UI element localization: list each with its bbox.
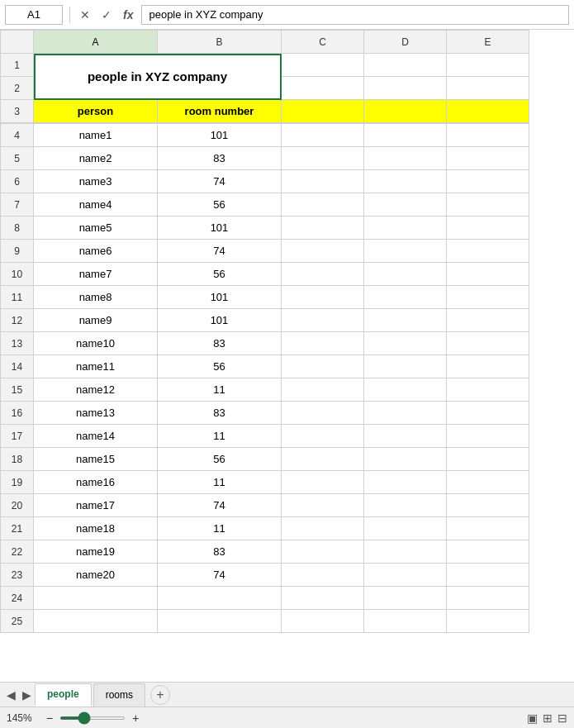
cell-b9[interactable]: 74 <box>158 240 282 263</box>
cell-a24[interactable] <box>34 587 158 610</box>
cell-d17[interactable] <box>364 425 447 448</box>
cell-c24[interactable] <box>282 587 364 610</box>
cell-e14[interactable] <box>447 355 529 378</box>
cell-d10[interactable] <box>364 263 447 286</box>
cancel-button[interactable]: ✕ <box>77 7 93 23</box>
cell-c15[interactable] <box>282 378 364 402</box>
cell-a17[interactable]: name14 <box>34 425 158 448</box>
cell-b23[interactable]: 74 <box>158 564 282 587</box>
cell-b25[interactable] <box>158 610 282 633</box>
add-sheet-button[interactable]: + <box>150 685 170 705</box>
cell-d11[interactable] <box>364 286 447 309</box>
cell-e25[interactable] <box>447 610 529 633</box>
cell-d4[interactable] <box>364 124 447 147</box>
cell-c20[interactable] <box>282 494 364 517</box>
cell-a21[interactable]: name18 <box>34 517 158 540</box>
col-header-d[interactable]: D <box>364 31 447 54</box>
cell-c11[interactable] <box>282 286 364 309</box>
cell-e21[interactable] <box>447 517 529 540</box>
cell-d23[interactable] <box>364 564 447 587</box>
cell-e2[interactable] <box>447 77 529 100</box>
cell-e10[interactable] <box>447 263 529 286</box>
sheet-tab-rooms[interactable]: rooms <box>93 683 145 707</box>
cell-c19[interactable] <box>282 471 364 494</box>
cell-a6[interactable]: name3 <box>34 170 158 193</box>
cell-e5[interactable] <box>447 147 529 170</box>
cell-b4[interactable]: 101 <box>158 124 282 147</box>
tab-nav-left[interactable]: ◀ <box>3 683 19 707</box>
cell-a19[interactable]: name16 <box>34 471 158 494</box>
cell-d16[interactable] <box>364 402 447 425</box>
cell-e18[interactable] <box>447 448 529 471</box>
cell-c1[interactable] <box>282 54 364 77</box>
cell-c14[interactable] <box>282 355 364 378</box>
cell-d22[interactable] <box>364 540 447 564</box>
cell-b15[interactable]: 11 <box>158 378 282 402</box>
cell-d7[interactable] <box>364 193 447 216</box>
cell-a13[interactable]: name10 <box>34 332 158 355</box>
normal-view-icon[interactable]: ▣ <box>527 711 538 725</box>
cell-b12[interactable]: 101 <box>158 309 282 332</box>
cell-a15[interactable]: name12 <box>34 378 158 402</box>
cell-d19[interactable] <box>364 471 447 494</box>
cell-c2[interactable] <box>282 77 364 100</box>
cell-e15[interactable] <box>447 378 529 402</box>
cell-person-header[interactable]: person <box>34 100 158 123</box>
cell-e13[interactable] <box>447 332 529 355</box>
cell-d1[interactable] <box>364 54 447 77</box>
merged-title-cell[interactable]: people in XYZ company <box>34 54 282 100</box>
cell-e1[interactable] <box>447 54 529 77</box>
cell-e6[interactable] <box>447 170 529 193</box>
cell-a14[interactable]: name11 <box>34 355 158 378</box>
cell-b21[interactable]: 11 <box>158 517 282 540</box>
cell-a18[interactable]: name15 <box>34 448 158 471</box>
cell-room-header[interactable]: room number <box>158 100 282 123</box>
cell-d6[interactable] <box>364 170 447 193</box>
grid-wrapper[interactable]: A B C D E 1 people in XYZ company <box>0 30 574 682</box>
cell-a22[interactable]: name19 <box>34 540 158 564</box>
cell-d21[interactable] <box>364 517 447 540</box>
cell-d24[interactable] <box>364 587 447 610</box>
cell-b8[interactable]: 101 <box>158 216 282 240</box>
cell-a10[interactable]: name7 <box>34 263 158 286</box>
cell-d18[interactable] <box>364 448 447 471</box>
cell-e9[interactable] <box>447 240 529 263</box>
cell-b17[interactable]: 11 <box>158 425 282 448</box>
fx-button[interactable]: fx <box>120 7 136 23</box>
cell-b11[interactable]: 101 <box>158 286 282 309</box>
cell-a11[interactable]: name8 <box>34 286 158 309</box>
cell-d13[interactable] <box>364 332 447 355</box>
cell-b19[interactable]: 11 <box>158 471 282 494</box>
cell-b10[interactable]: 56 <box>158 263 282 286</box>
cell-c6[interactable] <box>282 170 364 193</box>
cell-c13[interactable] <box>282 332 364 355</box>
cell-b24[interactable] <box>158 587 282 610</box>
col-header-a[interactable]: A <box>34 31 158 54</box>
cell-d2[interactable] <box>364 77 447 100</box>
cell-d9[interactable] <box>364 240 447 263</box>
cell-c22[interactable] <box>282 540 364 564</box>
formula-bar[interactable] <box>141 5 569 25</box>
cell-c10[interactable] <box>282 263 364 286</box>
cell-b7[interactable]: 56 <box>158 193 282 216</box>
cell-a8[interactable]: name5 <box>34 216 158 240</box>
cell-a7[interactable]: name4 <box>34 193 158 216</box>
cell-d14[interactable] <box>364 355 447 378</box>
cell-b14[interactable]: 56 <box>158 355 282 378</box>
zoom-minus[interactable]: − <box>46 711 53 725</box>
cell-e4[interactable] <box>447 124 529 147</box>
cell-reference-box[interactable] <box>5 5 63 25</box>
cell-e17[interactable] <box>447 425 529 448</box>
cell-c23[interactable] <box>282 564 364 587</box>
page-break-icon[interactable]: ⊟ <box>557 711 567 725</box>
cell-e8[interactable] <box>447 216 529 240</box>
cell-d25[interactable] <box>364 610 447 633</box>
cell-b18[interactable]: 56 <box>158 448 282 471</box>
cell-c9[interactable] <box>282 240 364 263</box>
cell-a5[interactable]: name2 <box>34 147 158 170</box>
cell-e20[interactable] <box>447 494 529 517</box>
cell-c7[interactable] <box>282 193 364 216</box>
col-header-e[interactable]: E <box>447 31 529 54</box>
cell-e7[interactable] <box>447 193 529 216</box>
cell-d12[interactable] <box>364 309 447 332</box>
